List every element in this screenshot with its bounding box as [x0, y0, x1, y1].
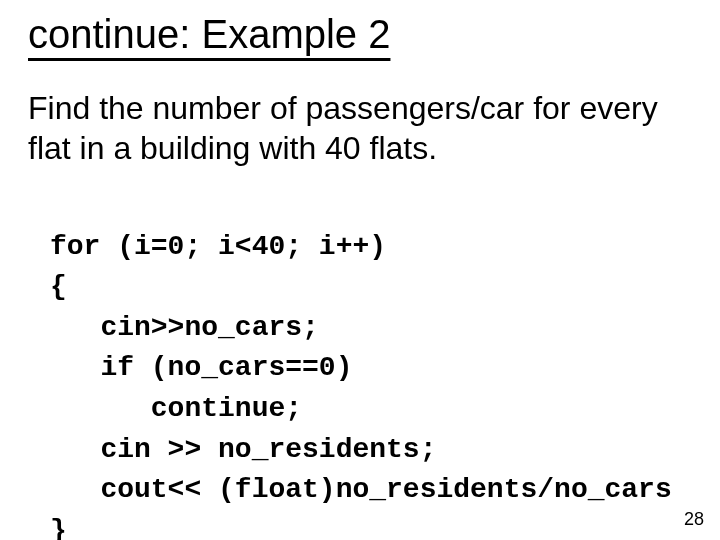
code-line: cin>>no_cars;	[50, 312, 319, 343]
code-line: if (no_cars==0)	[50, 352, 352, 383]
page-number: 28	[684, 509, 704, 530]
slide: continue: Example 2 Find the number of p…	[0, 0, 720, 540]
code-line: }	[50, 515, 67, 540]
code-line: cout<< (float)no_residents/no_cars	[50, 474, 672, 505]
slide-title: continue: Example 2	[28, 10, 692, 58]
code-line: cin >> no_residents;	[50, 434, 436, 465]
code-line: {	[50, 271, 67, 302]
code-block: for (i=0; i<40; i++) { cin>>no_cars; if …	[50, 186, 692, 540]
problem-statement: Find the number of passengers/car for ev…	[28, 88, 692, 168]
code-line: for (i=0; i<40; i++)	[50, 231, 386, 262]
code-line: continue;	[50, 393, 302, 424]
